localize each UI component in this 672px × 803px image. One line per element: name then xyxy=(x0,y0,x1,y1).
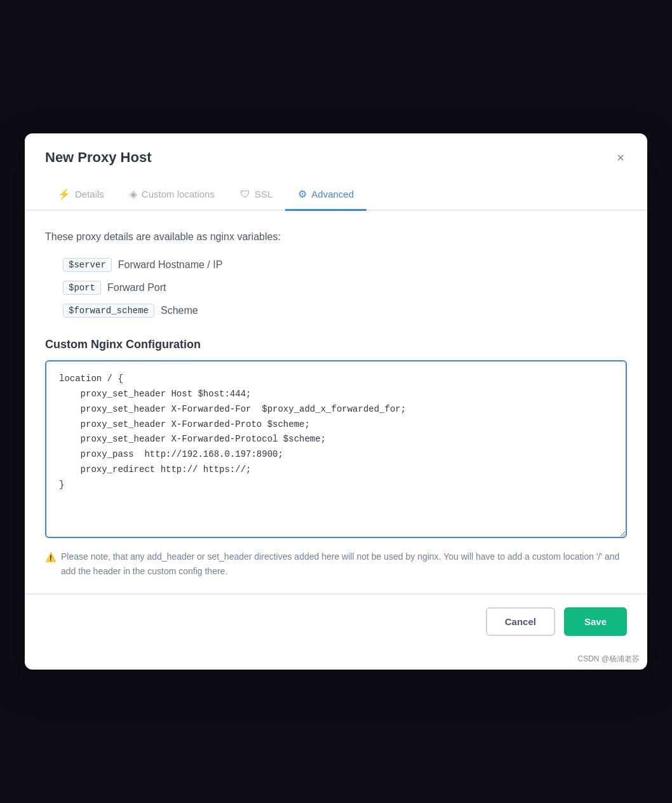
modal-dialog: New Proxy Host × ⚡ Details ◈ Custom loca… xyxy=(25,133,647,670)
section-title: Custom Nginx Configuration xyxy=(45,338,627,351)
warning-text: Please note, that any add_header or set_… xyxy=(61,550,627,578)
advanced-icon: ⚙ xyxy=(298,188,307,200)
modal-overlay: New Proxy Host × ⚡ Details ◈ Custom loca… xyxy=(0,0,672,803)
tab-advanced[interactable]: ⚙ Advanced xyxy=(285,179,366,211)
tab-advanced-label: Advanced xyxy=(311,189,354,199)
config-textarea[interactable] xyxy=(45,360,627,538)
details-icon: ⚡ xyxy=(58,188,71,200)
list-item: $forward_scheme Scheme xyxy=(63,304,627,318)
tab-custom-locations-label: Custom locations xyxy=(142,189,215,199)
modal-body: These proxy details are available as ngi… xyxy=(25,211,647,593)
description-text: These proxy details are available as ngi… xyxy=(45,231,627,243)
list-item: $server Forward Hostname / IP xyxy=(63,258,627,272)
warning-icon: ⚠️ xyxy=(45,550,56,564)
cancel-button[interactable]: Cancel xyxy=(486,607,555,636)
custom-locations-icon: ◈ xyxy=(130,188,137,200)
modal-title: New Proxy Host xyxy=(45,149,152,166)
variable-port-code: $port xyxy=(63,281,101,295)
watermark: CSDN @杨浦老苏 xyxy=(25,649,647,670)
warning-container: ⚠️ Please note, that any add_header or s… xyxy=(45,550,627,578)
tab-details[interactable]: ⚡ Details xyxy=(45,179,117,211)
modal-footer: Cancel Save xyxy=(25,593,647,649)
variable-server-code: $server xyxy=(63,258,112,272)
tab-details-label: Details xyxy=(75,189,104,199)
save-button[interactable]: Save xyxy=(564,607,627,636)
modal-header: New Proxy Host × xyxy=(25,133,647,179)
tab-ssl[interactable]: 🛡 SSL xyxy=(227,179,285,211)
variables-list: $server Forward Hostname / IP $port Forw… xyxy=(45,258,627,318)
variable-server-desc: Forward Hostname / IP xyxy=(118,259,223,271)
tab-custom-locations[interactable]: ◈ Custom locations xyxy=(117,179,227,211)
tabs-bar: ⚡ Details ◈ Custom locations 🛡 SSL ⚙ Adv… xyxy=(25,179,647,211)
variable-forward-scheme-desc: Scheme xyxy=(161,305,198,316)
tab-ssl-label: SSL xyxy=(255,189,272,199)
variable-forward-scheme-code: $forward_scheme xyxy=(63,304,154,318)
close-button[interactable]: × xyxy=(614,149,627,166)
ssl-icon: 🛡 xyxy=(240,189,250,200)
variable-port-desc: Forward Port xyxy=(107,282,166,294)
list-item: $port Forward Port xyxy=(63,281,627,295)
